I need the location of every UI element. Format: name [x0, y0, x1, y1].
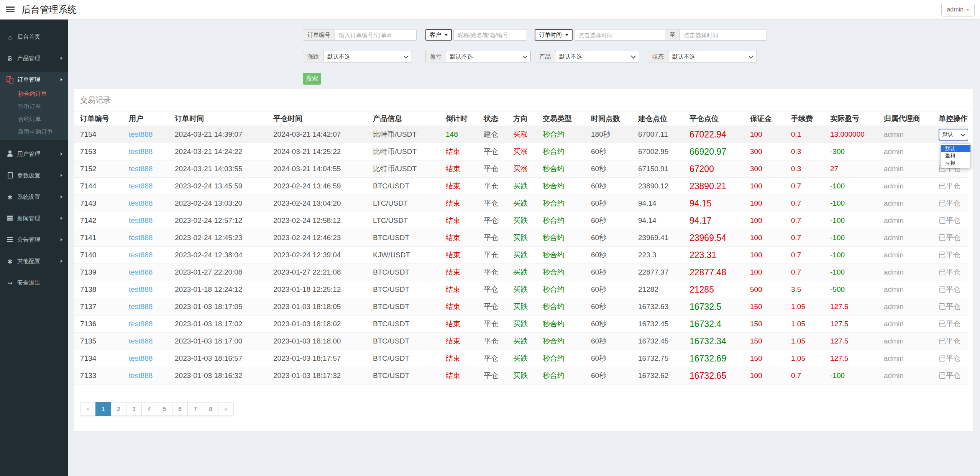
pnl-select[interactable]: 默认不选 [446, 51, 531, 62]
sidebar-item-后台首页[interactable]: ⌂后台首页 [0, 29, 68, 44]
cell-user[interactable]: test888 [126, 212, 172, 229]
cell-close-price: 94.17 [686, 212, 747, 229]
sidebar-subitem-合约订单[interactable]: 合约订单 [0, 113, 68, 125]
col-header-order-time: 订单时间 [172, 111, 270, 126]
customer-type-select[interactable]: 客户 [425, 29, 452, 41]
col-header-control: 单控操作 [936, 111, 968, 126]
cell-close-time: 2024-03-21 14:04:55 [270, 160, 370, 178]
cell-profit: 127.5 [827, 333, 881, 350]
cell-user[interactable]: test888 [126, 143, 172, 160]
hamburger-menu-icon[interactable] [6, 7, 15, 13]
cell-open-price: 67150.91 [635, 160, 686, 178]
customer-input[interactable] [453, 29, 527, 41]
cell-open-price: 22877.37 [635, 264, 686, 281]
pagination-page-6[interactable]: 6 [172, 402, 188, 416]
cell-user[interactable]: test888 [126, 298, 172, 316]
sidebar-item-参数设置[interactable]: 参数设置 [0, 168, 68, 183]
order-no-input[interactable] [335, 29, 417, 41]
cell-user[interactable]: test888 [126, 316, 172, 333]
status-select[interactable]: 默认不选 [668, 51, 757, 62]
cell-user[interactable]: test888 [126, 281, 172, 298]
col-header-user: 用户 [126, 111, 172, 126]
cell-countdown: 结束 [443, 229, 481, 247]
cell-product: BTC/USDT [370, 367, 443, 384]
cell-margin: 150 [747, 316, 788, 333]
pagination-page-2[interactable]: 2 [111, 402, 126, 416]
cell-order-id: 7136 [74, 316, 126, 333]
gear-icon: ✱ [6, 259, 14, 265]
time-from-input[interactable] [574, 29, 665, 41]
search-button[interactable]: 搜索 [303, 73, 321, 85]
sidebar-subitem-币币订单[interactable]: 币币订单 [0, 100, 68, 113]
sidebar-item-产品管理[interactable]: Ƀ产品管理 [0, 51, 68, 66]
cell-user[interactable]: test888 [126, 333, 172, 350]
pagination-page-1[interactable]: 1 [95, 402, 111, 416]
control-select-value: 默认 [942, 131, 953, 138]
cell-user[interactable]: test888 [126, 178, 172, 195]
control-select[interactable]: 默认 [939, 129, 968, 141]
sidebar-subitem-新币申购订单[interactable]: 新币申购订单 [0, 125, 68, 138]
pagination-page-5[interactable]: 5 [157, 402, 172, 416]
table-row: 7152test8882024-03-21 14:03:552024-03-21… [74, 160, 968, 178]
sidebar-item-安全退出[interactable]: ↪安全退出 [0, 275, 68, 290]
sidebar-item-订单管理[interactable]: 订单管理 [0, 72, 68, 87]
cell-countdown: 结束 [443, 316, 481, 333]
updown-select[interactable]: 默认不选 [323, 51, 412, 62]
sidebar-item-其他配置[interactable]: ✱其他配置 [0, 254, 68, 269]
dropdown-option-默认[interactable]: 默认 [941, 145, 970, 152]
cell-margin: 100 [747, 212, 788, 229]
cell-margin: 100 [747, 247, 788, 264]
cell-product: 比特币/USDT [370, 143, 443, 160]
cell-fee: 1.05 [788, 333, 827, 350]
pagination-page-7[interactable]: 7 [187, 402, 203, 416]
pagination-page-8[interactable]: 8 [203, 402, 218, 416]
cell-close-time: 2023-02-24 13:46:59 [270, 178, 370, 195]
cell-user[interactable]: test888 [126, 367, 172, 384]
cell-user[interactable]: test888 [126, 160, 172, 178]
cell-margin: 100 [747, 195, 788, 212]
cell-user[interactable]: test888 [126, 247, 172, 264]
sidebar-item-label: 后台首页 [17, 33, 40, 40]
pagination-next[interactable]: » [218, 402, 234, 416]
sidebar-subitem-秒合约订单[interactable]: 秒合约订单 [0, 87, 68, 100]
sidebar-item-用户管理[interactable]: 用户管理 [0, 146, 68, 162]
cell-order-id: 7138 [74, 281, 126, 298]
pagination-page-4[interactable]: 4 [141, 402, 157, 416]
sidebar-item-系统设置[interactable]: ✱系统设置 [0, 189, 68, 204]
cell-user[interactable]: test888 [126, 350, 172, 367]
sidebar-item-公告管理[interactable]: 公告管理 [0, 232, 68, 247]
product-select[interactable]: 默认不选 [555, 51, 639, 62]
cell-status: 平仓 [481, 367, 510, 384]
cell-control: 已平仓 [936, 264, 968, 281]
dropdown-option-盈利[interactable]: 盈利 [941, 152, 970, 159]
cell-user[interactable]: test888 [126, 126, 172, 143]
pagination-page-3[interactable]: 3 [126, 402, 142, 416]
pagination: «12345678» [80, 402, 234, 416]
pagination-prev[interactable]: « [80, 402, 96, 416]
time-type-select[interactable]: 订单时间 [535, 29, 573, 41]
sidebar-item-新闻管理[interactable]: 新闻管理 [0, 211, 68, 226]
dropdown-option-亏损[interactable]: 亏损 [941, 159, 970, 167]
cell-product: KJW/USDT [370, 247, 443, 264]
cell-countdown: 结束 [443, 298, 481, 316]
sidebar-item-label: 新闻管理 [17, 215, 40, 221]
cell-close-price: 67022.94 [686, 126, 747, 143]
cell-trade-type: 秒合约 [540, 212, 588, 229]
time-to-input[interactable] [680, 29, 767, 41]
cell-profit: -100 [827, 178, 881, 195]
cell-user[interactable]: test888 [126, 264, 172, 281]
cell-direction: 买跌 [510, 212, 540, 229]
cell-user[interactable]: test888 [126, 229, 172, 247]
control-dropdown-menu: 默认盈利亏损 [941, 143, 971, 168]
cell-direction: 买跌 [510, 195, 540, 212]
cell-close-time: 2023-01-18 12:25:12 [270, 281, 370, 298]
cell-order-time: 2023-02-24 12:57:12 [172, 212, 270, 229]
cell-margin: 150 [747, 333, 788, 350]
cell-status: 平仓 [481, 350, 510, 367]
admin-user-menu[interactable]: admin [941, 3, 975, 16]
cell-order-time: 2023-02-24 12:45:23 [172, 229, 270, 247]
cell-trade-type: 秒合约 [540, 178, 588, 195]
cell-user[interactable]: test888 [126, 195, 172, 212]
chevron-right-icon [61, 78, 62, 81]
cell-fee: 0.3 [788, 143, 827, 160]
